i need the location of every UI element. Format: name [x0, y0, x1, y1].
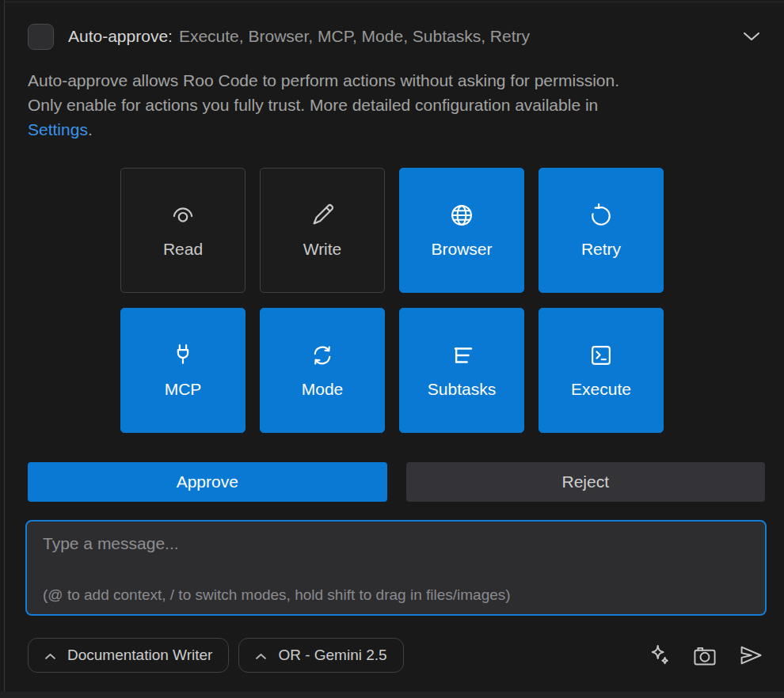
camera-button[interactable] — [691, 642, 719, 669]
settings-link[interactable]: Settings — [28, 120, 88, 138]
toggle-label: Write — [303, 240, 342, 259]
auto-approve-toggle-grid: Read Write Browser — [120, 168, 664, 433]
auto-approve-header[interactable]: Auto-approve: Execute, Browser, MCP, Mod… — [28, 22, 765, 51]
mode-selector[interactable]: Documentation Writer — [28, 638, 229, 673]
toggle-mcp[interactable]: MCP — [120, 308, 245, 433]
model-selector-label: OR - Gemini 2.5 — [278, 647, 386, 664]
toggle-label: Mode — [302, 380, 344, 399]
description-line-2: Only enable for actions you fully trust.… — [28, 93, 740, 117]
composer-footer: Documentation Writer OR - Gemini 2.5 — [28, 638, 765, 673]
terminal-icon — [588, 343, 614, 368]
auto-approve-panel: Auto-approve: Execute, Browser, MCP, Mod… — [0, 0, 784, 698]
panel-left-divider — [4, 0, 5, 698]
toggle-label: Read — [163, 240, 203, 259]
description-line-3: Settings. — [28, 117, 740, 142]
toggle-label: Execute — [571, 380, 631, 399]
action-buttons: Approve Reject — [28, 462, 765, 502]
toggle-retry[interactable]: Retry — [539, 168, 664, 293]
sync-icon — [310, 343, 335, 368]
auto-approve-summary: Execute, Browser, MCP, Mode, Subtasks, R… — [179, 27, 530, 46]
toggle-execute[interactable]: Execute — [539, 308, 664, 433]
refresh-icon — [588, 203, 614, 228]
list-tree-icon — [449, 343, 474, 368]
send-button[interactable] — [736, 642, 765, 669]
panel-bottom-strip — [0, 692, 784, 698]
plug-icon — [170, 343, 196, 368]
chevron-down-icon[interactable] — [738, 28, 765, 45]
description-line-1: Auto-approve allows Roo Code to perform … — [28, 68, 740, 93]
pencil-icon — [310, 203, 335, 228]
eye-icon — [170, 203, 196, 228]
toggle-label: MCP — [165, 380, 202, 399]
toggle-label: Retry — [581, 240, 621, 259]
toggle-write[interactable]: Write — [260, 168, 385, 293]
mode-selector-label: Documentation Writer — [67, 647, 212, 664]
panel-top-divider — [4, 2, 784, 2]
chevron-up-icon — [44, 647, 56, 664]
toggle-mode[interactable]: Mode — [260, 308, 385, 433]
globe-icon — [449, 203, 474, 228]
description-suffix: . — [88, 120, 93, 138]
reject-button[interactable]: Reject — [406, 462, 766, 502]
approve-button[interactable]: Approve — [28, 462, 387, 502]
toggle-browser[interactable]: Browser — [399, 168, 524, 293]
auto-approve-title: Auto-approve: — [68, 27, 173, 46]
toggle-label: Subtasks — [428, 380, 496, 399]
message-input-placeholder: Type a message... — [43, 534, 179, 553]
auto-approve-description: Auto-approve allows Roo Code to perform … — [28, 68, 740, 142]
message-input-hint: (@ to add context, / to switch modes, ho… — [43, 586, 511, 604]
enhance-prompt-button[interactable] — [646, 642, 673, 669]
auto-approve-checkbox[interactable] — [28, 24, 54, 50]
message-input[interactable]: Type a message... (@ to add context, / t… — [25, 520, 767, 616]
toggle-subtasks[interactable]: Subtasks — [399, 308, 524, 433]
chevron-up-icon — [255, 647, 267, 664]
toggle-read[interactable]: Read — [120, 168, 245, 293]
model-selector[interactable]: OR - Gemini 2.5 — [238, 638, 403, 673]
toggle-label: Browser — [431, 240, 492, 259]
